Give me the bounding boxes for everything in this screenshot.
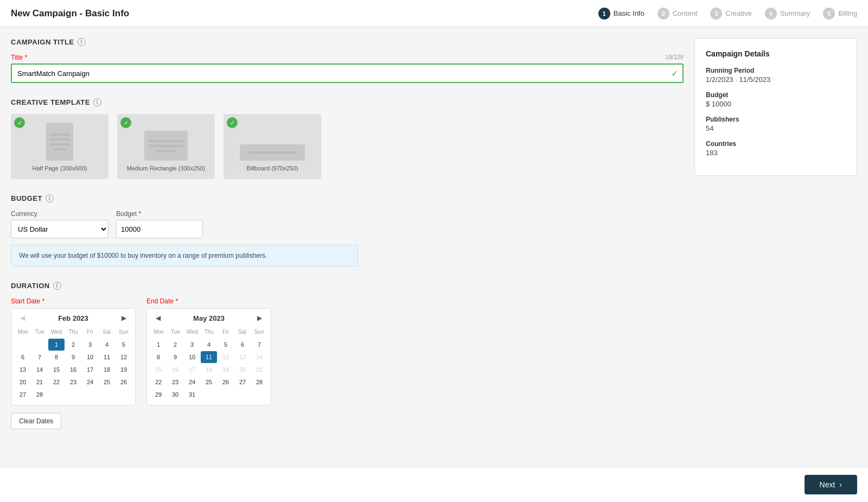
templates-row: ✓ Half Page (300x600) ✓ <box>11 114 684 179</box>
step-circle-2: 2 <box>658 8 669 20</box>
end-cal-day[interactable]: 16 <box>167 364 183 376</box>
end-cal-day[interactable]: 29 <box>150 389 167 401</box>
start-cal-day[interactable]: 18 <box>99 364 115 376</box>
end-cal-day[interactable]: 14 <box>251 351 267 363</box>
next-arrow-icon: › <box>839 480 842 489</box>
start-cal-day[interactable]: 1 <box>48 339 65 351</box>
start-cal-day[interactable]: 8 <box>48 351 65 363</box>
step-creative[interactable]: 3 Creative <box>710 8 751 20</box>
next-button[interactable]: Next › <box>805 475 857 494</box>
end-cal-day[interactable]: 1 <box>150 339 167 351</box>
start-cal-day[interactable]: 22 <box>48 376 65 388</box>
start-cal-day[interactable]: 6 <box>15 351 31 363</box>
end-cal-day[interactable]: 15 <box>150 364 167 376</box>
start-cal-day[interactable]: 13 <box>15 364 31 376</box>
end-cal-day[interactable]: 3 <box>184 339 200 351</box>
end-cal-day[interactable]: 19 <box>218 364 234 376</box>
clear-dates-button[interactable]: Clear Dates <box>11 413 61 429</box>
end-cal-prev[interactable]: ◀ <box>152 313 164 323</box>
end-cal-day[interactable]: 31 <box>184 389 200 401</box>
start-cal-day <box>116 389 132 401</box>
template-half-page[interactable]: ✓ Half Page (300x600) <box>11 114 108 179</box>
end-cal-day[interactable]: 20 <box>234 364 251 376</box>
start-cal-next[interactable]: ▶ <box>118 313 130 323</box>
start-cal-day[interactable]: 23 <box>65 376 81 388</box>
end-cal-day[interactable]: 22 <box>150 376 167 388</box>
title-input[interactable] <box>11 63 684 83</box>
start-cal-day[interactable]: 10 <box>82 351 98 363</box>
end-cal-day[interactable]: 10 <box>184 351 200 363</box>
title-field-label: Title * <box>11 54 684 61</box>
end-cal-day[interactable]: 18 <box>201 364 217 376</box>
main-content: CAMPAIGN TITLE i Title * 19/128 ✓ CREATI… <box>0 27 868 502</box>
duration-info-icon[interactable]: i <box>53 282 61 290</box>
end-cal-day[interactable]: 4 <box>201 339 217 351</box>
end-cal-day[interactable]: 8 <box>150 351 167 363</box>
end-cal-day[interactable]: 9 <box>167 351 183 363</box>
start-cal-prev[interactable]: ◀ <box>17 313 28 323</box>
start-cal-day[interactable]: 25 <box>99 376 115 388</box>
start-cal-day[interactable]: 28 <box>31 389 48 401</box>
end-cal-day[interactable]: 28 <box>251 376 267 388</box>
budget-input[interactable] <box>116 220 203 238</box>
budget-info-icon[interactable]: i <box>46 194 54 202</box>
creative-template-section: CREATIVE TEMPLATE i ✓ Half Page <box>11 98 684 179</box>
campaign-title-heading: CAMPAIGN TITLE i <box>11 38 684 46</box>
start-cal-day[interactable]: 12 <box>116 351 132 363</box>
right-panel: Campaign Details Running Period 1/2/2023… <box>694 38 857 176</box>
step-billing[interactable]: 5 Billing <box>823 8 857 20</box>
end-cal-day[interactable]: 6 <box>234 339 251 351</box>
publishers-item: Publishers 54 <box>706 116 846 132</box>
step-circle-1: 1 <box>598 8 610 20</box>
start-cal-day[interactable]: 19 <box>116 364 132 376</box>
template-medium-rect[interactable]: ✓ Medium Rectangle (300x250) <box>117 114 215 179</box>
currency-select[interactable]: US Dollar Euro GBP CAD <box>11 220 108 238</box>
start-cal-day[interactable]: 2 <box>65 339 81 351</box>
end-cal-day[interactable]: 12 <box>218 351 234 363</box>
end-cal-day[interactable]: 2 <box>167 339 183 351</box>
end-cal-day[interactable]: 23 <box>167 376 183 388</box>
start-cal-day[interactable]: 4 <box>99 339 115 351</box>
start-cal-day[interactable]: 5 <box>116 339 132 351</box>
start-cal-day[interactable]: 24 <box>82 376 98 388</box>
creative-template-info-icon[interactable]: i <box>93 98 101 106</box>
page-title: New Campaign - Basic Info <box>11 8 129 19</box>
start-cal-day[interactable]: 9 <box>65 351 81 363</box>
running-period-label: Running Period <box>706 67 846 74</box>
end-cal-day[interactable]: 26 <box>218 376 234 388</box>
end-cal-day[interactable]: 5 <box>218 339 234 351</box>
end-cal-day[interactable]: 25 <box>201 376 217 388</box>
start-cal-day[interactable]: 7 <box>31 351 48 363</box>
end-cal-header: ◀ May 2023 ▶ <box>147 309 271 327</box>
end-cal-day[interactable]: 27 <box>234 376 251 388</box>
start-cal-day[interactable]: 21 <box>31 376 48 388</box>
start-cal-day[interactable]: 14 <box>31 364 48 376</box>
start-cal-day[interactable]: 11 <box>99 351 115 363</box>
end-cal-grid: Mon Tue Wed Thu Fri Sat Sun 123456789101… <box>147 327 271 405</box>
start-cal-day[interactable]: 15 <box>48 364 65 376</box>
start-cal-day <box>48 389 65 401</box>
end-cal-day[interactable]: 24 <box>184 376 200 388</box>
start-cal-day[interactable]: 17 <box>82 364 98 376</box>
end-cal-next[interactable]: ▶ <box>254 313 265 323</box>
end-cal-day[interactable]: 30 <box>167 389 183 401</box>
end-cal-day <box>218 389 234 401</box>
start-cal-day[interactable]: 3 <box>82 339 98 351</box>
end-cal-day[interactable]: 21 <box>251 364 267 376</box>
start-cal-day[interactable]: 26 <box>116 376 132 388</box>
budget-detail-label: Budget <box>706 91 846 99</box>
end-cal-day[interactable]: 7 <box>251 339 267 351</box>
campaign-title-info-icon[interactable]: i <box>78 38 86 46</box>
start-cal-day[interactable]: 16 <box>65 364 81 376</box>
step-label-2: Content <box>673 9 698 17</box>
start-cal-day[interactable]: 20 <box>15 376 31 388</box>
end-cal-day[interactable]: 17 <box>184 364 200 376</box>
step-content[interactable]: 2 Content <box>658 8 698 20</box>
footer: Next › <box>0 467 868 502</box>
end-cal-day[interactable]: 13 <box>234 351 251 363</box>
end-cal-month: May 2023 <box>193 314 225 322</box>
end-cal-day[interactable]: 11 <box>201 351 217 363</box>
step-summary[interactable]: 4 Summary <box>765 8 810 20</box>
start-cal-day[interactable]: 27 <box>15 389 31 401</box>
template-billboard[interactable]: ✓ Billboard (970x250) <box>224 114 321 179</box>
